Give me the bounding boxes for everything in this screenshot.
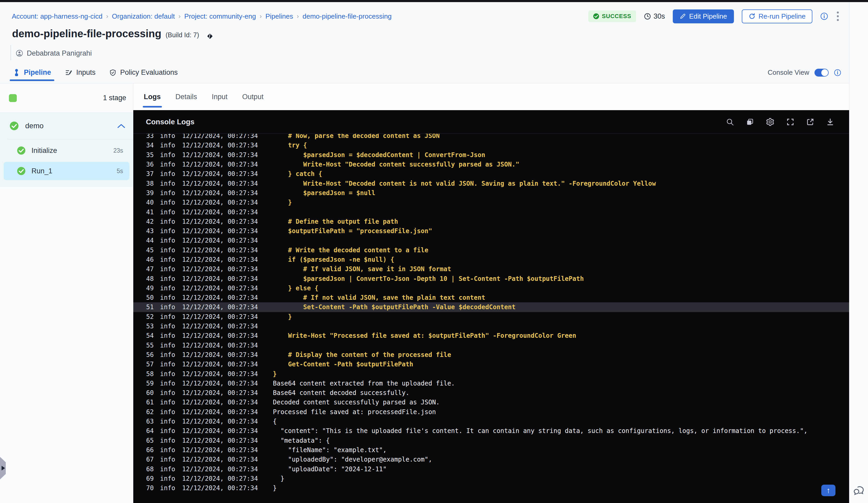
- log-timestamp: 12/12/2024, 00:27:34: [182, 303, 261, 311]
- log-timestamp: 12/12/2024, 00:27:34: [182, 265, 261, 273]
- more-options-icon[interactable]: [836, 11, 840, 21]
- console-view-label: Console View: [767, 69, 809, 76]
- stage-header-demo[interactable]: demo: [0, 113, 133, 139]
- log-line-number: 61: [146, 399, 156, 406]
- log-timestamp: 12/12/2024, 00:27:34: [182, 399, 261, 406]
- chevron-up-icon[interactable]: [117, 123, 125, 128]
- log-timestamp: 12/12/2024, 00:27:34: [182, 199, 261, 206]
- duration: 30s: [644, 12, 665, 20]
- download-icon[interactable]: [826, 118, 834, 126]
- log-line-number: 56: [146, 351, 156, 358]
- log-message: if ($parsedJson -ne $null) {: [273, 256, 394, 263]
- log-message: }: [273, 199, 292, 206]
- console-log-viewport[interactable]: 33info12/12/2024, 00:27:34 # Now, parse …: [133, 134, 849, 503]
- log-line-number: 40: [146, 199, 156, 206]
- log-row: 35info12/12/2024, 00:27:34 $parsedJson =…: [133, 150, 849, 160]
- arrow-up-icon: ↑: [827, 486, 830, 495]
- log-message: $parsedJson = $decodedContent | ConvertF…: [273, 151, 485, 159]
- log-timestamp: 12/12/2024, 00:27:34: [182, 151, 261, 159]
- log-timestamp: 12/12/2024, 00:27:34: [182, 256, 261, 263]
- log-level: info: [160, 446, 175, 454]
- log-message: "uploadedBy": "developer@example.com",: [273, 456, 432, 463]
- log-row: 54info12/12/2024, 00:27:34 Write-Host "P…: [133, 331, 849, 340]
- status-text: SUCCESS: [602, 13, 631, 20]
- log-line-number: 36: [146, 161, 156, 168]
- log-line-number: 67: [146, 456, 156, 463]
- log-line-number: 64: [146, 427, 156, 434]
- tab-logs[interactable]: Logs: [144, 83, 161, 110]
- log-row: 37info12/12/2024, 00:27:34 } catch {: [133, 169, 849, 179]
- log-level: info: [160, 189, 175, 197]
- settings-gear-icon[interactable]: [766, 117, 775, 126]
- log-line-number: 66: [146, 446, 156, 454]
- breadcrumb-account[interactable]: Account: app-harness-ng-cicd: [12, 12, 102, 20]
- log-level: info: [160, 265, 175, 273]
- search-icon[interactable]: [726, 118, 734, 126]
- pipeline-icon: [13, 69, 20, 76]
- log-message: }: [273, 475, 284, 482]
- diamond-icon[interactable]: [206, 32, 214, 40]
- log-line-number: 58: [146, 370, 156, 378]
- log-line-number: 51: [146, 303, 156, 311]
- copy-icon[interactable]: [746, 118, 754, 126]
- step-details-panel: Logs Details Input Output Console Logs: [133, 83, 849, 503]
- log-level: info: [160, 351, 175, 358]
- log-timestamp: 12/12/2024, 00:27:34: [182, 427, 261, 434]
- log-row: 33info12/12/2024, 00:27:34 # Now, parse …: [133, 134, 849, 140]
- log-level: info: [160, 456, 175, 463]
- log-timestamp: 12/12/2024, 00:27:34: [182, 170, 261, 178]
- log-message: Write-Host "Decoded content is not valid…: [273, 180, 656, 187]
- open-in-new-icon[interactable]: [806, 118, 815, 126]
- log-message: $parsedJson = $null: [273, 189, 375, 197]
- log-row: 43info12/12/2024, 00:27:34 $outputFilePa…: [133, 226, 849, 236]
- log-row: 64info12/12/2024, 00:27:34 "content": "T…: [133, 426, 849, 436]
- tab-policy-evaluations[interactable]: Policy Evaluations: [107, 62, 179, 83]
- step-label: Initialize: [31, 147, 57, 155]
- log-timestamp: 12/12/2024, 00:27:34: [182, 465, 261, 473]
- console-header: Console Logs: [133, 110, 849, 134]
- log-row: 63info12/12/2024, 00:27:34{: [133, 417, 849, 426]
- log-timestamp: 12/12/2024, 00:27:34: [182, 342, 261, 349]
- right-rail: [849, 2, 868, 503]
- log-level: info: [160, 380, 175, 387]
- breadcrumb-project[interactable]: Project: community-eng: [184, 12, 256, 20]
- help-chat-icon[interactable]: [852, 485, 865, 498]
- console-view-info-icon[interactable]: [834, 69, 841, 76]
- step-success-icon: [17, 146, 26, 155]
- info-icon[interactable]: [820, 12, 828, 20]
- log-row: 62info12/12/2024, 00:27:34Processed file…: [133, 407, 849, 417]
- tab-pipeline[interactable]: Pipeline: [11, 62, 53, 83]
- log-level: info: [160, 360, 175, 368]
- tab-output[interactable]: Output: [242, 83, 264, 110]
- tab-policy-evaluations-label: Policy Evaluations: [120, 69, 178, 76]
- log-row: 52info12/12/2024, 00:27:34 }: [133, 312, 849, 322]
- fullscreen-icon[interactable]: [786, 118, 795, 126]
- sidebar-step-run-1[interactable]: Run_1 5s: [4, 162, 130, 180]
- tab-details[interactable]: Details: [176, 83, 197, 110]
- sidebar-step-initialize[interactable]: Initialize 23s: [4, 142, 130, 160]
- log-row: 42info12/12/2024, 00:27:34 # Define the …: [133, 217, 849, 226]
- console-view-toggle[interactable]: [815, 69, 829, 76]
- log-message: # Display the content of the processed f…: [273, 351, 451, 358]
- log-message: Set-Content -Path $outputFilePath -Value…: [273, 303, 516, 311]
- log-level: info: [160, 151, 175, 159]
- edit-pipeline-button[interactable]: Edit Pipeline: [673, 9, 734, 23]
- log-timestamp: 12/12/2024, 00:27:34: [182, 418, 261, 425]
- log-timestamp: 12/12/2024, 00:27:34: [182, 142, 261, 149]
- log-message: } else {: [273, 284, 318, 292]
- tab-input[interactable]: Input: [212, 83, 227, 110]
- log-level: info: [160, 275, 175, 282]
- breadcrumb-pipelines[interactable]: Pipelines: [265, 12, 293, 20]
- breadcrumb-organization[interactable]: Organization: default: [112, 12, 175, 20]
- stage-count: 1 stage: [103, 94, 126, 102]
- log-row: 70info12/12/2024, 00:27:34}: [133, 483, 849, 493]
- breadcrumb-current-pipeline[interactable]: demo-pipeline-file-processing: [302, 12, 392, 20]
- pipeline-execution-page: Account: app-harness-ng-cicd › Organizat…: [0, 0, 868, 503]
- scroll-to-top-button[interactable]: ↑: [821, 485, 836, 496]
- tab-inputs[interactable]: Inputs: [63, 62, 97, 83]
- rerun-pipeline-button[interactable]: Re-run Pipeline: [742, 9, 813, 23]
- log-message: $outputFilePath = "processedFile.json": [273, 227, 432, 235]
- log-message: # If valid JSON, save it in JSON format: [273, 265, 451, 273]
- log-timestamp: 12/12/2024, 00:27:34: [182, 275, 261, 282]
- step-detail-tabs: Logs Details Input Output: [133, 83, 849, 110]
